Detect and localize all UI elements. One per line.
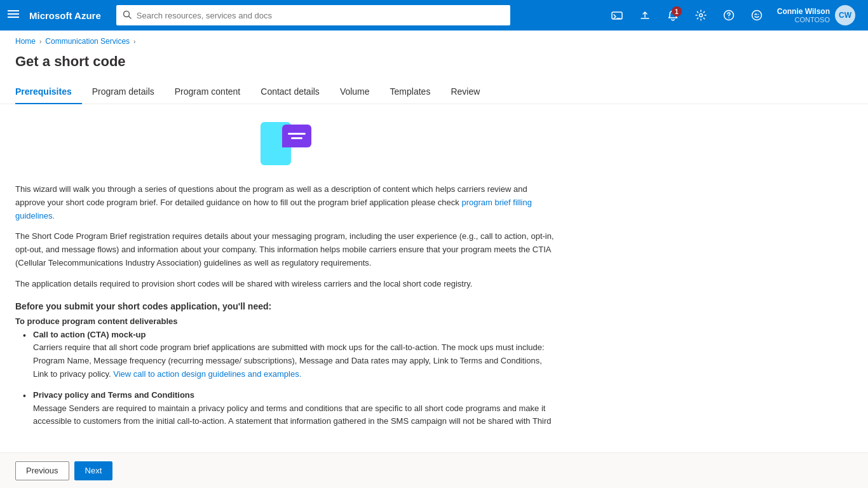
bottom-bar: Previous Next (0, 452, 868, 488)
user-org: CONTOSO (777, 16, 830, 24)
breadcrumb-home[interactable]: Home (15, 37, 36, 46)
search-input[interactable] (137, 11, 504, 20)
intro-paragraph-3: The application details required to prov… (15, 278, 557, 291)
svg-line-4 (128, 16, 131, 18)
tab-volume[interactable]: Volume (330, 80, 380, 104)
tab-program-details[interactable]: Program details (82, 80, 165, 104)
list-item-privacy: Privacy policy and Terms and Conditions … (20, 389, 557, 428)
menu-icon[interactable] (8, 8, 19, 23)
tab-prerequisites[interactable]: Prerequisites (15, 80, 82, 104)
illustration-container (261, 119, 311, 170)
tab-program-content[interactable]: Program content (165, 80, 251, 104)
breadcrumb-chevron-1: › (39, 38, 41, 45)
illustration (15, 119, 557, 170)
section-heading: Before you submit your short codes appli… (15, 301, 557, 311)
notification-badge: 1 (672, 6, 682, 17)
user-name: Connie Wilson (777, 7, 830, 16)
page-title: Get a short code (0, 51, 868, 80)
subsection-heading: To produce program content deliverables (15, 316, 557, 326)
list-item-cta: Call to action (CTA) mock-up Carriers re… (20, 329, 557, 381)
bullet-1-title: Call to action (CTA) mock-up (33, 330, 146, 339)
tabs-bar: Prerequisites Program details Program co… (0, 80, 868, 104)
svg-rect-0 (8, 10, 19, 11)
user-info: Connie Wilson CONTOSO (777, 7, 830, 24)
intro-paragraph-2: The Short Code Program Brief registratio… (15, 230, 557, 269)
feedback-button[interactable] (744, 3, 770, 28)
tab-templates[interactable]: Templates (380, 80, 441, 104)
topbar: Microsoft Azure 1 Connie Wilson C (0, 0, 868, 30)
bullet-2-body: Message Senders are required to maintain… (33, 403, 552, 426)
svg-rect-1 (8, 13, 19, 15)
main-container: Home › Communication Services › Get a sh… (0, 30, 868, 488)
svg-point-10 (752, 11, 761, 20)
upload-button[interactable] (632, 3, 658, 28)
svg-point-11 (755, 14, 756, 15)
svg-rect-2 (8, 17, 19, 18)
intro-paragraph-1: This wizard will walk you through a seri… (15, 183, 557, 222)
bubble-line-1 (288, 133, 306, 135)
tab-review[interactable]: Review (440, 80, 490, 104)
help-button[interactable] (716, 3, 742, 28)
breadcrumb-chevron-2: › (133, 38, 135, 45)
previous-button[interactable]: Previous (15, 461, 69, 480)
settings-button[interactable] (688, 3, 714, 28)
bullet-2-title: Privacy policy and Terms and Conditions (33, 390, 194, 400)
tab-contact-details[interactable]: Contact details (250, 80, 330, 104)
content-area: This wizard will walk you through a seri… (0, 104, 572, 488)
prerequisites-list: Call to action (CTA) mock-up Carriers re… (15, 329, 557, 429)
bubble-line-2 (291, 137, 302, 139)
breadcrumb: Home › Communication Services › (0, 30, 868, 51)
notifications-button[interactable]: 1 (660, 3, 686, 28)
svg-point-9 (728, 17, 729, 18)
cloud-shell-button[interactable] (604, 3, 630, 28)
search-bar[interactable] (116, 5, 510, 25)
svg-point-7 (699, 14, 702, 17)
next-button[interactable]: Next (74, 461, 113, 480)
breadcrumb-service[interactable]: Communication Services (45, 37, 130, 46)
app-logo: Microsoft Azure (29, 10, 101, 21)
cta-design-link[interactable]: View call to action design guidelines an… (113, 369, 301, 379)
user-menu[interactable]: Connie Wilson CONTOSO CW (772, 3, 860, 28)
message-bubble-illustration (282, 125, 311, 147)
search-icon (123, 10, 132, 21)
topbar-actions: 1 Connie Wilson CONTOSO CW (604, 3, 860, 28)
svg-point-12 (758, 14, 759, 15)
avatar: CW (835, 5, 855, 25)
